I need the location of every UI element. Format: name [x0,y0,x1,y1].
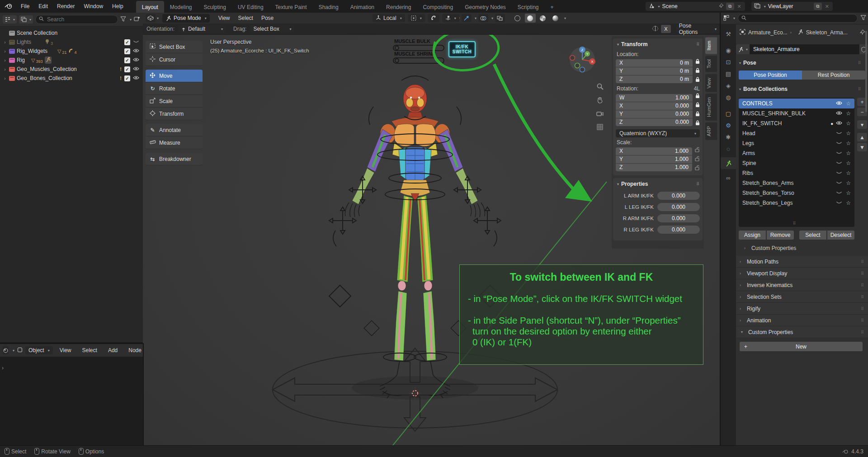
panel-drag-handle[interactable]: ⠿ [861,330,864,335]
tab-item[interactable]: Item [705,37,717,54]
rest-position-button[interactable]: Rest Position [802,71,865,80]
tab-humgen[interactable]: HumGen [705,94,717,121]
panel-drag-handle[interactable]: ⠿ [858,87,862,91]
workspace-tab-texture-paint[interactable]: Texture Paint [269,1,313,14]
solo-star-icon[interactable]: ☆ [846,190,851,196]
outliner-row-lights[interactable]: › Lights 3 ✓ [0,38,143,47]
panel-drag-handle[interactable]: ⠿ [696,182,700,186]
outliner-row-scene-collection[interactable]: Scene Collection [0,28,143,38]
bc-custom-properties-subpanel[interactable]: › Custom Properties [744,245,796,251]
solo-star-icon[interactable]: ☆ [846,180,851,186]
new-scene-button[interactable]: ⧉ [726,3,734,10]
menu-select[interactable]: Select [234,15,257,21]
rotation-y-field[interactable]: Y0.000 [616,110,693,118]
shading-dropdown[interactable]: ▾ [564,16,566,20]
pin-icon[interactable] [860,29,865,36]
move-down-button[interactable]: ▼ [857,143,867,151]
properties-search[interactable] [738,14,858,23]
mode-dropdown[interactable]: Pose Mode ▾ [162,14,210,23]
rotation-x-field[interactable]: X0.000 [616,102,693,110]
outliner-search[interactable] [35,15,118,24]
outliner-scene-dropdown[interactable]: ▾ [19,15,33,24]
panel-animation[interactable]: ›Animation⠿ [736,315,868,326]
scale-z-field[interactable]: Z1.000 [616,164,692,171]
menu-edit[interactable]: Edit [34,0,52,13]
tool-annotate[interactable]: ✎ Annotate [146,124,203,137]
eye-open-icon[interactable] [133,66,139,72]
tab-tool[interactable]: Tool [705,56,717,72]
lock-icon[interactable] [695,111,700,118]
tab-physics[interactable]: ◌ [721,143,736,155]
data-name-field[interactable]: Skeleton_Armature [750,44,859,54]
solo-star-icon[interactable]: ☆ [846,150,851,156]
panel-drag-handle[interactable]: ⠿ [696,42,700,47]
panel-inverse-kinematics[interactable]: ›Inverse Kinematics⠿ [736,279,868,291]
tab-object-data[interactable] [721,157,736,169]
orientation-dropdown[interactable]: Default ▾ [178,25,226,33]
tab-bone-constraints[interactable]: ∞ [721,172,736,184]
expand-region-arrow[interactable]: › [2,365,4,371]
bone-collection-row[interactable]: Head ☆ [739,128,854,138]
workspace-tab-rendering[interactable]: Rendering [380,1,417,14]
panel-drag-handle[interactable]: ⠿ [861,295,864,299]
location-y-field[interactable]: Y0 m [616,67,693,75]
eye-open-icon[interactable] [133,48,139,54]
tool-cursor[interactable]: Cursor [146,53,203,66]
properties-panel-header[interactable]: ▾ Properties ⠿ [616,180,700,189]
tab-world[interactable]: ◍ [721,91,736,103]
eye-open-icon[interactable] [133,75,139,81]
expand-arrow-icon[interactable]: › [3,67,7,72]
scale-x-field[interactable]: X1.000 [616,147,692,155]
collection-specials-button[interactable]: ▾ [857,120,867,129]
close-icon[interactable]: ✕ [736,4,742,9]
tab-arp[interactable]: ARP [705,122,717,140]
menu-node[interactable]: Node [124,347,146,353]
eye-open-icon[interactable] [836,120,842,127]
lock-open-icon[interactable] [695,147,700,154]
ikfk-switch-widget[interactable]: IK/FK SWITCH [448,41,476,57]
armature-object-icon[interactable] [45,57,52,64]
r-arm-ikfk-field[interactable]: 0.000 [657,214,700,222]
workspace-add-button[interactable]: + [545,1,560,14]
eye-closed-icon[interactable] [836,200,842,206]
solo-star-icon[interactable]: ☆ [846,140,851,146]
shader-context-dropdown[interactable]: Object ▾ [25,346,53,354]
panel-drag-handle[interactable]: ⠿ [861,259,864,264]
workspace-tab-sculpting[interactable]: Sculpting [198,1,232,14]
eye-open-icon[interactable] [836,100,842,107]
location-z-field[interactable]: Z0 m [616,75,693,83]
panel-motion-paths[interactable]: ›Motion Paths⠿ [736,256,868,268]
eye-closed-icon[interactable] [836,160,842,166]
lock-open-icon[interactable] [695,156,700,163]
r-leg-ikfk-field[interactable]: 0.000 [657,226,700,234]
exclude-checkbox[interactable]: ✓ [124,75,130,81]
eye-closed-icon[interactable] [836,150,842,156]
camera-view-icon[interactable] [595,108,605,118]
tab-view-layer[interactable]: ▤ [721,68,736,80]
workspace-tab-compositing[interactable]: Compositing [417,1,459,14]
tab-scene[interactable]: ◈ [721,80,736,91]
bone-collection-row[interactable]: Legs ☆ [739,138,854,148]
menu-pose[interactable]: Pose [257,15,278,21]
bone-collection-row[interactable]: Ribs ☆ [739,168,854,178]
pivot-point-dropdown[interactable]: ▾ [408,14,425,22]
armature-id-dropdown[interactable]: ▾ [736,44,750,54]
exclude-checkbox[interactable]: ✓ [124,57,130,63]
l-arm-ikfk-field[interactable]: 0.000 [657,192,700,200]
snap-target-dropdown[interactable]: ▾ [442,14,459,22]
lock-icon[interactable] [695,59,700,66]
pose-panel-header[interactable]: ▾ Pose ⠿ [738,60,756,66]
transform-panel-header[interactable]: ▾ Transform ⠿ [616,40,700,49]
eye-closed-icon[interactable] [133,39,139,45]
panel-drag-handle[interactable]: ⠿ [861,283,864,287]
panel-custom-properties[interactable]: ▾Custom Properties⠿ [736,326,868,338]
lock-icon[interactable] [695,77,700,84]
eye-open-icon[interactable] [133,57,139,63]
pin-icon[interactable] [719,3,724,9]
outliner-row-geo-bones[interactable]: › Geo_Bones_Collection ! ✓ [0,74,143,83]
solo-star-icon[interactable]: ☆ [846,170,851,176]
filter-icon[interactable] [860,15,866,22]
tab-view[interactable]: View [705,74,717,92]
view-layer-selector[interactable]: ▾ ViewLayer ⧉ ✕ [751,2,833,11]
location-x-field[interactable]: X0 m [616,59,693,67]
